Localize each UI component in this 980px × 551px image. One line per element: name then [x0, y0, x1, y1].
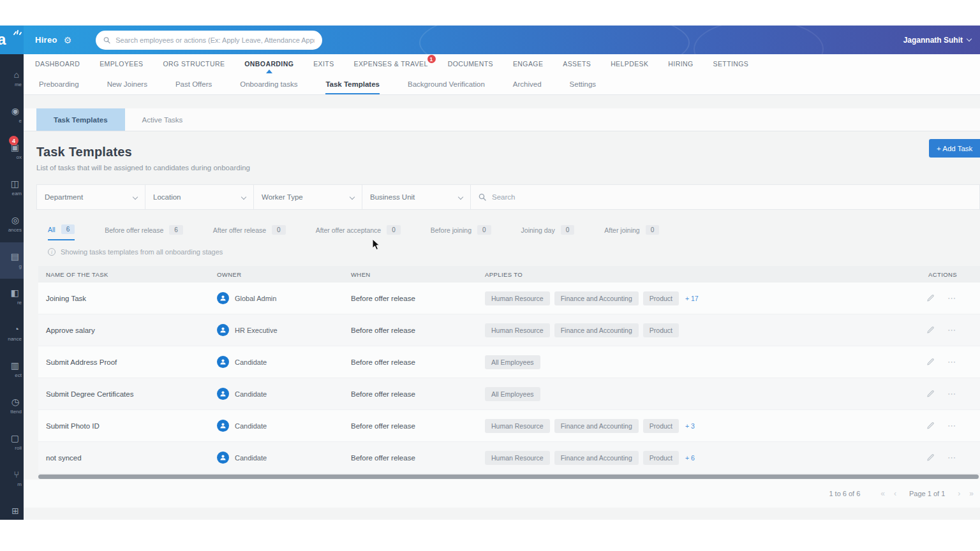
subnav-item[interactable]: Archived	[513, 73, 542, 94]
next-page-icon[interactable]: ›	[958, 489, 960, 498]
nav-item-label: DOCUMENTS	[448, 60, 493, 68]
nav-item[interactable]: ONBOARDING	[244, 60, 293, 68]
stage-filter[interactable]: Joining day 0	[521, 225, 575, 240]
sidebar-item[interactable]: ▤ g	[0, 242, 24, 279]
more-tags-link[interactable]: + 6	[685, 454, 695, 462]
stage-filter[interactable]: Before joining 0	[431, 225, 491, 240]
more-actions-icon[interactable]: ⋯	[947, 359, 956, 365]
stage-filter[interactable]: After joining 0	[604, 225, 659, 240]
sidebar-item[interactable]: ▢ roll	[0, 424, 24, 460]
sidebar-item[interactable]: ▥ ect	[0, 351, 24, 388]
more-actions-icon[interactable]: ⋯	[947, 295, 956, 302]
sidebar-item[interactable]: ◎ ances	[0, 206, 24, 242]
sidebar-item[interactable]: ⊞ ps	[0, 497, 24, 520]
nav-item[interactable]: HELPDESK	[611, 60, 648, 68]
tab[interactable]: Active Tasks	[125, 108, 200, 131]
table-row[interactable]: Submit Degree Certificates Candidate Bef…	[38, 378, 980, 410]
nav-item[interactable]: HIRING	[668, 60, 693, 68]
sidebar-item[interactable]: ⌂ me	[0, 61, 24, 97]
table-row[interactable]: Submit Address Proof Candidate Before of…	[38, 346, 980, 378]
applies-to-tag: Finance and Accounting	[554, 451, 639, 465]
tab-bar: Task Templates Active Tasks	[24, 108, 980, 131]
nav-item[interactable]: SETTINGS	[713, 60, 749, 68]
tab[interactable]: Task Templates	[36, 108, 125, 131]
owner-name: Candidate	[235, 358, 267, 366]
edit-icon[interactable]	[926, 358, 935, 367]
applies-to-tag: Human Resource	[485, 419, 550, 433]
subnav-item-label: Settings	[570, 80, 597, 88]
subnav-item[interactable]: Task Templates	[325, 73, 380, 94]
sidebar-item[interactable]: ▣ ox 4	[0, 133, 24, 170]
more-tags-link[interactable]: + 17	[685, 295, 699, 302]
logo-spark-icon	[13, 28, 22, 36]
first-page-icon[interactable]: «	[880, 489, 885, 498]
filter-dropdown[interactable]: Worker Type	[254, 185, 362, 209]
nav-item[interactable]: EXITS	[313, 60, 334, 68]
stage-filter[interactable]: All 6	[48, 224, 75, 240]
sidebar-item[interactable]: ◷ ttend	[0, 388, 24, 424]
subnav-item[interactable]: Background Verification	[408, 73, 485, 94]
table-row[interactable]: Joining Task Global Admin Before offer r…	[38, 283, 980, 314]
nav-item-label: EXPENSES & TRAVEL	[354, 60, 428, 68]
subnav-item[interactable]: New Joiners	[107, 73, 147, 94]
more-tags-link[interactable]: + 3	[685, 422, 695, 430]
add-task-button[interactable]: + Add Task	[929, 139, 980, 158]
nav-item[interactable]: ORG STRUCTURE	[163, 60, 225, 68]
subnav-item[interactable]: Preboarding	[39, 73, 79, 94]
nav-item[interactable]: DASHBOARD	[35, 60, 80, 68]
applies-to-tags: Human ResourceFinance and AccountingProd…	[477, 291, 903, 305]
owner-name: Candidate	[235, 422, 267, 430]
more-actions-icon[interactable]: ⋯	[947, 391, 956, 397]
more-actions-icon[interactable]: ⋯	[947, 327, 956, 334]
applies-to-tag: Product	[643, 291, 679, 305]
more-actions-icon[interactable]: ⋯	[947, 423, 956, 429]
stage-filter[interactable]: After offer acceptance 0	[316, 225, 401, 240]
applies-to-tag: All Employees	[485, 387, 540, 401]
nav-item[interactable]: ENGAGE	[513, 60, 543, 68]
nav-item[interactable]: EMPLOYEES	[100, 60, 143, 68]
sidebar-item[interactable]: ◔ nance	[0, 315, 24, 351]
sidebar-item[interactable]: ◉ e	[0, 97, 24, 133]
user-menu[interactable]: Jagannath Suhit	[903, 36, 971, 45]
task-when: Before offer release	[343, 454, 477, 462]
edit-icon[interactable]	[926, 390, 935, 399]
subnav-item[interactable]: Settings	[570, 73, 597, 94]
task-name: Submit Photo ID	[38, 422, 209, 430]
sidebar-item[interactable]: ◧ re	[0, 279, 24, 315]
global-search-input[interactable]: Search employees or actions (Ex: Apply L…	[96, 31, 322, 50]
more-actions-icon[interactable]: ⋯	[947, 455, 956, 461]
stage-filter[interactable]: Before offer release 6	[105, 225, 183, 240]
table-row[interactable]: not synced Candidate Before offer releas…	[38, 442, 980, 474]
filter-dropdown[interactable]: Location	[145, 185, 254, 209]
attendance-icon: ◷	[11, 397, 19, 406]
table-row[interactable]: Approve salary HR Executive Before offer…	[38, 314, 980, 346]
filter-dropdown[interactable]: Department	[37, 185, 145, 209]
edit-icon[interactable]	[926, 453, 935, 462]
task-when: Before offer release	[343, 390, 477, 398]
edit-icon[interactable]	[926, 294, 935, 303]
prev-page-icon[interactable]: ‹	[894, 489, 896, 498]
app-logo[interactable]: a	[0, 26, 24, 54]
sidebar-item[interactable]: ⑂ m	[0, 460, 24, 497]
stage-filter-count: 0	[477, 225, 491, 235]
nav-item[interactable]: DOCUMENTS	[448, 60, 493, 68]
last-page-icon[interactable]: »	[969, 489, 974, 498]
nav-item[interactable]: ASSETS	[563, 60, 591, 68]
column-header: APPLIES TO	[477, 271, 903, 278]
subnav-item[interactable]: Past Offers	[175, 73, 212, 94]
team-icon: ◫	[11, 179, 19, 188]
edit-icon[interactable]	[926, 326, 935, 335]
horizontal-scrollbar[interactable]	[38, 474, 979, 479]
edit-icon[interactable]	[926, 422, 935, 430]
org-icon: ⑂	[14, 470, 19, 479]
table-row[interactable]: Submit Photo ID Candidate Before offer r…	[38, 410, 980, 442]
stage-filter[interactable]: After offer release 0	[213, 225, 286, 240]
gear-icon[interactable]: ⚙	[64, 35, 72, 45]
table-header: NAME OF THE TASKOWNERWHENAPPLIES TOACTIO…	[38, 266, 980, 283]
sidebar-item[interactable]: ◫ eam	[0, 170, 24, 206]
subnav-item[interactable]: Onboarding tasks	[240, 73, 297, 94]
table-search-input[interactable]: Search	[471, 185, 979, 209]
stage-filter-row: All 6 Before offer release 6 After offer…	[24, 224, 980, 240]
filter-dropdown[interactable]: Business Unit	[362, 185, 471, 209]
nav-item[interactable]: EXPENSES & TRAVEL 1	[354, 60, 428, 68]
